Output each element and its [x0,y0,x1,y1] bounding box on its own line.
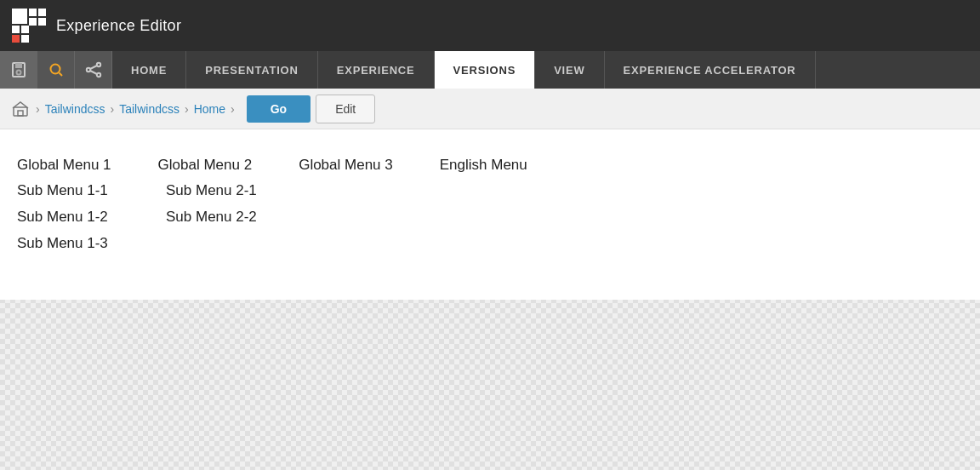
edit-button[interactable]: Edit [316,95,375,123]
svg-rect-4 [29,18,37,26]
svg-rect-5 [38,18,46,26]
tab-presentation[interactable]: PRESENTATION [186,51,318,89]
tab-experience-accelerator[interactable]: EXPERIENCE ACCELERATOR [605,51,816,89]
app-title: Experience Editor [56,17,181,35]
breadcrumb-sep-1: › [36,102,40,116]
breadcrumb-sep-4: › [231,102,235,116]
menu-item-global-1[interactable]: Global Menu 1 [17,157,111,174]
tab-view[interactable]: VIEW [535,51,604,89]
top-menu-row: Global Menu 1 Global Menu 2 Global Menu … [17,146,963,177]
svg-rect-21 [18,111,23,116]
breadcrumb-bar: › Tailwindcss › Tailwindcss › Home › Go … [0,89,980,129]
sub-menu-2-1[interactable]: Sub Menu 2-1 [166,177,268,203]
svg-rect-7 [21,26,29,33]
breadcrumb-home[interactable]: Home [194,102,225,116]
sub-col-1: Sub Menu 1-1 Sub Menu 1-2 Sub Menu 1-3 [17,177,119,257]
main-content: Global Menu 1 Global Menu 2 Global Menu … [0,129,980,470]
sub-menu-2-2[interactable]: Sub Menu 2-2 [166,203,268,230]
sitecore-logo [10,7,48,44]
tab-versions[interactable]: VERSIONS [435,51,536,89]
go-button[interactable]: Go [247,95,311,123]
svg-rect-9 [21,35,29,43]
sub-col-2: Sub Menu 2-1 Sub Menu 2-2 [166,177,268,230]
svg-rect-8 [12,35,20,43]
breadcrumb-tailwindcss-1[interactable]: Tailwindcss [45,102,105,116]
site-icon [10,99,31,119]
svg-point-15 [86,68,89,72]
svg-rect-20 [14,107,27,116]
svg-rect-1 [12,9,27,24]
breadcrumb-sep-2: › [110,102,114,116]
tab-experience[interactable]: EXPERIENCE [318,51,435,89]
breadcrumb-tailwindcss-2[interactable]: Tailwindcss [119,102,179,116]
menu-item-global-3[interactable]: Global Menu 3 [299,157,393,174]
svg-rect-3 [38,9,46,16]
svg-rect-2 [29,9,37,16]
svg-line-18 [90,66,97,69]
svg-line-14 [59,73,62,77]
svg-point-16 [96,63,100,66]
nav-bar: HOME PRESENTATION EXPERIENCE VERSIONS VI… [0,51,980,89]
share-button[interactable] [75,51,112,89]
svg-rect-11 [15,63,22,68]
tab-home[interactable]: HOME [112,51,186,89]
sub-menu-1-1[interactable]: Sub Menu 1-1 [17,177,119,203]
save-button[interactable] [0,51,37,89]
svg-point-12 [16,71,20,75]
svg-point-17 [96,73,100,77]
sub-menu-1-3[interactable]: Sub Menu 1-3 [17,230,119,256]
svg-point-13 [50,65,60,74]
svg-line-19 [90,71,97,74]
menu-item-english[interactable]: English Menu [440,157,527,174]
breadcrumb-sep-3: › [185,102,189,116]
menu-item-global-2[interactable]: Global Menu 2 [158,157,253,174]
top-bar: Experience Editor [0,0,980,51]
sub-menus-row: Sub Menu 1-1 Sub Menu 1-2 Sub Menu 1-3 S… [17,177,963,257]
svg-rect-6 [12,26,20,33]
nav-tabs: HOME PRESENTATION EXPERIENCE VERSIONS VI… [112,51,980,89]
search-button[interactable] [37,51,75,89]
page-area: Global Menu 1 Global Menu 2 Global Menu … [0,129,980,300]
sub-menu-1-2[interactable]: Sub Menu 1-2 [17,203,119,230]
